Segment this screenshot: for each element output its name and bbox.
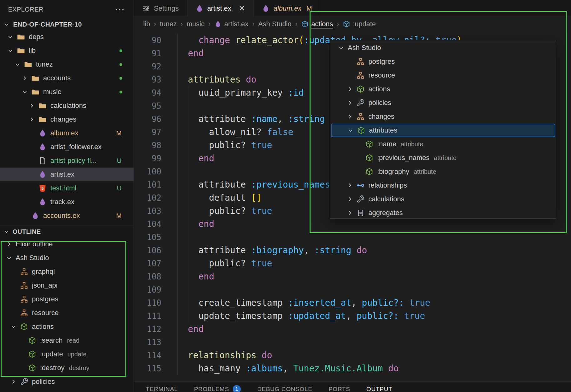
explorer-item-lib[interactable]: lib	[0, 44, 134, 58]
more-actions-icon[interactable]: ⋯	[115, 6, 125, 13]
explorer-item-album-ex[interactable]: album.exM	[0, 126, 134, 140]
chevron-down-icon[interactable]	[338, 41, 348, 55]
chevron-right-icon[interactable]	[346, 110, 356, 123]
line-content[interactable]: uuid_primary_key :id	[177, 86, 304, 99]
popup-item-changes[interactable]: changes	[330, 110, 556, 123]
outline-item-actions[interactable]: actions	[0, 320, 134, 334]
popup-item-attributes[interactable]: attributes	[331, 123, 555, 137]
line-content[interactable]: default []	[177, 191, 262, 204]
popup-item-relationships[interactable]: relationships	[330, 178, 556, 192]
chevron-right-icon[interactable]	[6, 237, 16, 251]
popup-item-ash-studio[interactable]: Ash Studio	[330, 41, 556, 55]
chevron-right-icon[interactable]	[346, 96, 356, 110]
line-content[interactable]: end	[177, 218, 214, 231]
line-content[interactable]: public? true	[177, 204, 272, 218]
popup-item-postgres[interactable]: postgres	[330, 55, 556, 68]
chevron-right-icon[interactable]	[28, 113, 38, 126]
outline-item-policies[interactable]: policies	[0, 375, 134, 389]
popup-item-previous-names[interactable]: :previous_namesattribute	[330, 151, 556, 165]
line-content[interactable]: end	[177, 323, 204, 336]
line-content[interactable]: attributes do	[177, 73, 256, 86]
explorer-item-accounts-ex[interactable]: accounts.exM	[0, 209, 134, 223]
outline-item-postgres[interactable]: postgres	[0, 292, 134, 306]
line-content[interactable]: attribute :biography, :string do	[177, 244, 367, 257]
popup-item-name[interactable]: :nameattribute	[330, 137, 556, 151]
explorer-item-accounts[interactable]: accounts	[0, 71, 134, 85]
code-line-113[interactable]: 113	[134, 336, 571, 349]
explorer-item-artist-ex[interactable]: artist.ex	[0, 168, 134, 181]
code-line-109[interactable]: 109	[134, 283, 571, 296]
code-line-104[interactable]: 104 end	[134, 218, 571, 231]
explorer-item-track-ex[interactable]: track.ex	[0, 195, 134, 209]
chevron-down-icon[interactable]	[6, 251, 16, 265]
code-line-115[interactable]: 115 has_many :albums, Tunez.Music.Album …	[134, 362, 571, 375]
line-content[interactable]: end	[177, 152, 214, 165]
chevron-down-icon[interactable]	[21, 85, 31, 99]
code-line-105[interactable]: 105	[134, 231, 571, 244]
popup-item-actions[interactable]: actions	[330, 82, 556, 96]
chevron-down-icon[interactable]	[347, 123, 357, 137]
tab-settings[interactable]: Settings	[134, 0, 187, 17]
chevron-right-icon[interactable]	[28, 99, 38, 113]
tab-artist-ex[interactable]: artist.ex✕	[187, 0, 254, 17]
code-line-114[interactable]: 114 relationships do	[134, 349, 571, 362]
popup-item-calculations[interactable]: calculations	[330, 192, 556, 206]
outline-item-resource[interactable]: resource	[0, 306, 134, 320]
line-content[interactable]: update_timestamp :updated_at, public?: t…	[177, 309, 425, 323]
chevron-right-icon[interactable]	[21, 71, 31, 85]
chevron-down-icon[interactable]	[3, 225, 13, 239]
code-line-110[interactable]: 110 create_timestamp :inserted_at, publi…	[134, 296, 571, 309]
line-content[interactable]: attribute :name, :string	[177, 113, 325, 126]
line-content[interactable]: end	[177, 270, 214, 283]
chevron-down-icon[interactable]	[7, 44, 17, 58]
breadcrumb-item-tunez[interactable]: tunez	[160, 20, 177, 28]
chevron-right-icon[interactable]	[346, 206, 356, 219]
chevron-down-icon[interactable]	[10, 320, 20, 334]
outline-item-update[interactable]: :updateupdate	[0, 347, 134, 361]
outline-item-graphql[interactable]: graphql	[0, 265, 134, 279]
outline-header[interactable]: OUTLINE	[0, 226, 134, 237]
explorer-item-tunez[interactable]: tunez	[0, 58, 134, 71]
explorer-item-artist-follower-ex[interactable]: artist_follower.ex	[0, 140, 134, 154]
code-line-106[interactable]: 106 attribute :biography, :string do	[134, 244, 571, 257]
breadcrumb-item-lib[interactable]: lib	[143, 20, 150, 28]
explorer-item-deps[interactable]: deps	[0, 30, 134, 44]
breadcrumb-item-music[interactable]: music	[187, 20, 205, 28]
panel-tab-output[interactable]: OUTPUT	[366, 386, 392, 392]
line-content[interactable]: create_timestamp :inserted_at, public?: …	[177, 296, 430, 309]
outline-item-ash-studio[interactable]: Ash Studio	[0, 251, 134, 265]
breadcrumb-item-actions[interactable]: actions	[301, 20, 333, 28]
panel-tab-ports[interactable]: PORTS	[329, 386, 350, 392]
chevron-down-icon[interactable]	[7, 30, 17, 44]
line-content[interactable]: allow_nil? false	[177, 126, 293, 139]
chevron-right-icon[interactable]	[346, 82, 356, 96]
explorer-item-calculations[interactable]: calculations	[0, 99, 134, 113]
explorer-item-artist-policy-fl[interactable]: artist-policy-fl...U	[0, 154, 134, 168]
popup-item-biography[interactable]: :biographyattribute	[330, 165, 556, 178]
chevron-right-icon[interactable]	[10, 375, 20, 389]
close-icon[interactable]: ✕	[239, 5, 245, 12]
popup-item-policies[interactable]: policies	[330, 96, 556, 110]
outline-item-changes[interactable]: changes	[0, 389, 134, 392]
project-root-row[interactable]: END-OF-CHAPTER-10	[0, 19, 134, 30]
line-content[interactable]: public? true	[177, 257, 272, 270]
chevron-right-icon[interactable]	[10, 389, 20, 392]
outline-item-search[interactable]: :searchread	[0, 334, 134, 347]
breadcrumb-item-update[interactable]: :update	[343, 20, 376, 28]
line-content[interactable]: has_many :albums, Tunez.Music.Album do	[177, 362, 399, 375]
chevron-down-icon[interactable]	[3, 18, 13, 31]
panel-tab-debug-console[interactable]: DEBUG CONSOLE	[257, 386, 312, 392]
code-line-108[interactable]: 108 end	[134, 270, 571, 283]
code-line-112[interactable]: 112 end	[134, 323, 571, 336]
popup-item-aggregates[interactable]: aggregates	[330, 206, 556, 219]
explorer-item-music[interactable]: music	[0, 85, 134, 99]
outline-item-json-api[interactable]: json_api	[0, 279, 134, 292]
line-content[interactable]: relationships do	[177, 349, 272, 362]
chevron-right-icon[interactable]	[346, 178, 356, 192]
outline-item-destroy[interactable]: :destroydestroy	[0, 361, 134, 375]
line-content[interactable]: public? true	[177, 139, 272, 152]
tab-album-ex[interactable]: album.exM	[254, 0, 321, 17]
chevron-right-icon[interactable]	[346, 192, 356, 206]
code-line-107[interactable]: 107 public? true	[134, 257, 571, 270]
outline-item-elixir-outline[interactable]: Elixir outline	[0, 237, 134, 251]
